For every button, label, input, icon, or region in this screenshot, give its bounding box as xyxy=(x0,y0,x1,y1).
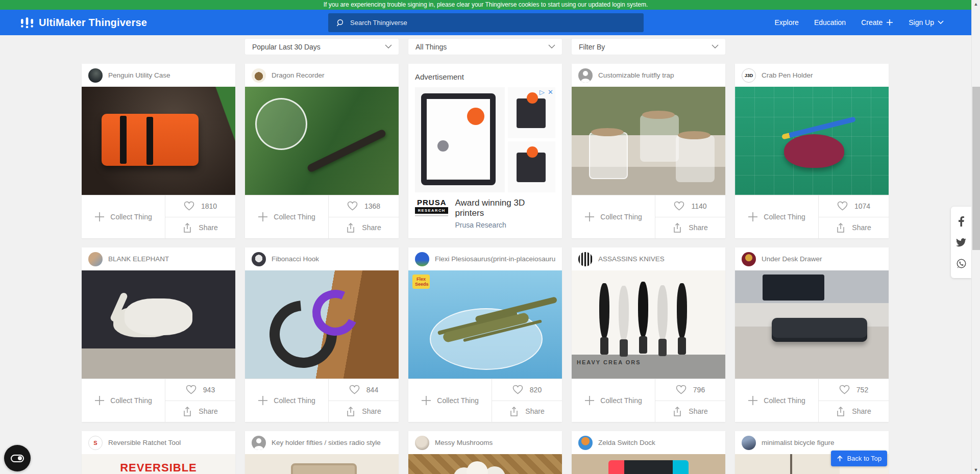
thing-image[interactable] xyxy=(245,270,399,379)
thing-image[interactable] xyxy=(245,454,399,474)
collect-thing-button[interactable]: Collect Thing xyxy=(245,379,329,422)
thing-card: J3D Crab Pen Holder Collect Thing 107 xyxy=(735,64,889,238)
like-button[interactable]: 752 xyxy=(819,379,889,401)
share-icon xyxy=(183,407,192,416)
share-button[interactable]: Share xyxy=(165,217,235,239)
like-button[interactable]: 844 xyxy=(329,379,399,401)
collect-thing-button[interactable]: Collect Thing xyxy=(735,379,819,422)
share-button[interactable]: Share xyxy=(492,401,562,422)
share-label: Share xyxy=(199,407,217,415)
thing-image[interactable] xyxy=(572,454,725,474)
ad-close-icon[interactable]: ✕ xyxy=(548,88,553,96)
thing-image[interactable] xyxy=(408,454,562,474)
adchoices-icon[interactable]: ▷ xyxy=(540,88,545,96)
nav-link-explore[interactable]: Explore xyxy=(774,18,798,27)
back-to-top-button[interactable]: Back to Top xyxy=(831,451,887,466)
thing-title[interactable]: Customizable fruitfly trap xyxy=(598,71,674,79)
thing-image[interactable] xyxy=(82,87,235,195)
like-button[interactable]: 1810 xyxy=(165,195,235,217)
creator-avatar[interactable] xyxy=(415,252,429,266)
twitter-icon[interactable] xyxy=(956,238,966,247)
ad-headline[interactable]: Award winning 3D printers xyxy=(455,198,555,218)
creator-avatar[interactable] xyxy=(415,436,429,450)
thing-image[interactable] xyxy=(245,87,399,195)
collect-thing-button[interactable]: Collect Thing xyxy=(245,195,329,238)
thing-card-header: ASSASSINS KNIVES xyxy=(572,247,725,270)
vertical-scrollbar[interactable]: ▲ ▼ xyxy=(971,0,980,474)
like-button[interactable]: 1368 xyxy=(329,195,399,217)
sort-dropdown[interactable]: Popular Last 30 Days xyxy=(245,39,399,55)
thing-title[interactable]: Under Desk Drawer xyxy=(762,255,822,263)
nav-link-create[interactable]: Create xyxy=(861,18,893,27)
search-input[interactable] xyxy=(350,19,635,27)
thing-image[interactable] xyxy=(82,270,235,379)
thing-image[interactable]: HEAVY CREA ORS xyxy=(572,270,725,379)
whatsapp-icon[interactable] xyxy=(957,259,966,268)
brand-logo[interactable]: UltiMaker Thingiverse xyxy=(20,10,147,35)
thing-title[interactable]: Penguin Utility Case xyxy=(108,71,170,79)
like-button[interactable]: 796 xyxy=(655,379,725,401)
creator-avatar[interactable] xyxy=(578,68,593,83)
creator-avatar[interactable]: S xyxy=(88,436,103,450)
thing-title[interactable]: Key holder fifties / sixties radio style xyxy=(272,439,381,446)
facebook-icon[interactable] xyxy=(959,216,964,227)
collect-thing-button[interactable]: Collect Thing xyxy=(735,195,819,238)
creator-avatar[interactable] xyxy=(88,68,103,83)
creator-avatar[interactable] xyxy=(252,252,266,266)
scrollbar-up-arrow[interactable]: ▲ xyxy=(972,2,980,7)
creator-avatar[interactable] xyxy=(252,436,266,450)
category-dropdown[interactable]: All Things xyxy=(408,39,562,55)
share-button[interactable]: Share xyxy=(655,401,725,422)
thing-image[interactable] xyxy=(735,87,889,195)
collect-thing-button[interactable]: Collect Thing xyxy=(572,195,655,238)
advertisement-banner[interactable]: ▷ ✕ xyxy=(415,87,555,192)
search-bar[interactable] xyxy=(328,13,644,32)
thing-image[interactable] xyxy=(572,87,725,195)
thing-title[interactable]: Flexi Plesiosaurus(print-in-placeiosauru… xyxy=(435,255,555,263)
ad-printer-image-bottom[interactable] xyxy=(508,141,555,192)
creator-avatar[interactable] xyxy=(742,252,756,266)
collect-thing-button[interactable]: Collect Thing xyxy=(82,195,165,238)
share-button[interactable]: Share xyxy=(655,217,725,239)
nav-link-education[interactable]: Education xyxy=(814,18,846,27)
like-button[interactable]: 943 xyxy=(165,379,235,401)
filter-by-dropdown[interactable]: Filter By xyxy=(572,39,725,55)
thing-title[interactable]: minimalist bicycle figure xyxy=(762,439,835,446)
share-button[interactable]: Share xyxy=(329,217,399,239)
creator-avatar[interactable] xyxy=(88,252,103,266)
collect-thing-button[interactable]: Collect Thing xyxy=(408,379,492,422)
share-button[interactable]: Share xyxy=(165,401,235,422)
thing-title[interactable]: Dragon Recorder xyxy=(272,71,325,79)
like-button[interactable]: 1140 xyxy=(655,195,725,217)
thing-title[interactable]: Messy Mushrooms xyxy=(435,439,493,446)
thing-title[interactable]: Reversible Ratchet Tool xyxy=(108,439,181,446)
scrollbar-down-arrow[interactable]: ▼ xyxy=(972,467,980,472)
thing-title[interactable]: Fibonacci Hook xyxy=(272,255,319,263)
creator-avatar[interactable] xyxy=(742,436,756,450)
collect-thing-button[interactable]: Collect Thing xyxy=(572,379,655,422)
share-button[interactable]: Share xyxy=(819,217,889,239)
thing-title[interactable]: Zelda Switch Dock xyxy=(598,439,655,446)
ad-advertiser: Prusa Research xyxy=(455,221,555,229)
creator-avatar[interactable] xyxy=(252,68,266,83)
share-button[interactable]: Share xyxy=(819,401,889,422)
like-button[interactable]: 1074 xyxy=(819,195,889,217)
creator-avatar[interactable]: J3D xyxy=(742,68,756,83)
nav-link-signup[interactable]: Sign Up xyxy=(909,18,944,27)
cookie-settings-button[interactable] xyxy=(4,445,31,471)
creator-avatar[interactable] xyxy=(578,252,593,266)
scrollbar-thumb[interactable] xyxy=(972,87,980,250)
thing-image[interactable]: Flex Seeds xyxy=(408,270,562,379)
like-share-column: 1368 Share xyxy=(329,195,399,238)
share-button[interactable]: Share xyxy=(329,401,399,422)
thing-title[interactable]: BLANK ELEPHANT xyxy=(108,255,169,263)
thing-image[interactable]: REVERSIBLE xyxy=(82,454,235,474)
creator-avatar[interactable] xyxy=(578,436,593,450)
ad-printer-image-large[interactable] xyxy=(415,87,505,192)
like-button[interactable]: 820 xyxy=(492,379,562,401)
back-to-top-label: Back to Top xyxy=(847,455,882,462)
thing-title[interactable]: ASSASSINS KNIVES xyxy=(598,255,665,263)
collect-thing-button[interactable]: Collect Thing xyxy=(82,379,165,422)
thing-image[interactable] xyxy=(735,270,889,379)
thing-title[interactable]: Crab Pen Holder xyxy=(762,71,813,79)
